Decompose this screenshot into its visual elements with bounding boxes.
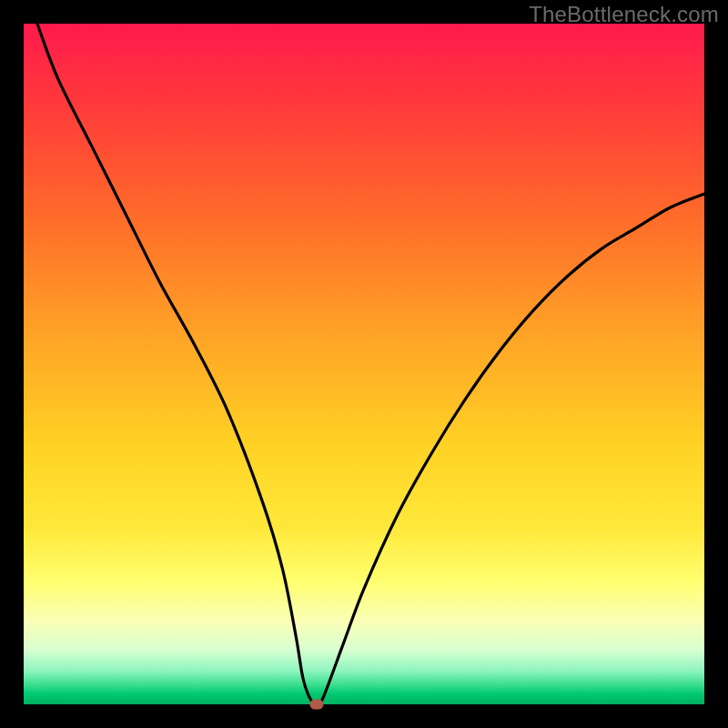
plot-area [24, 24, 704, 704]
bottleneck-curve [24, 24, 704, 704]
chart-container: TheBottleneck.com [0, 0, 728, 728]
optimum-marker [309, 700, 323, 710]
watermark-text: TheBottleneck.com [529, 2, 719, 27]
